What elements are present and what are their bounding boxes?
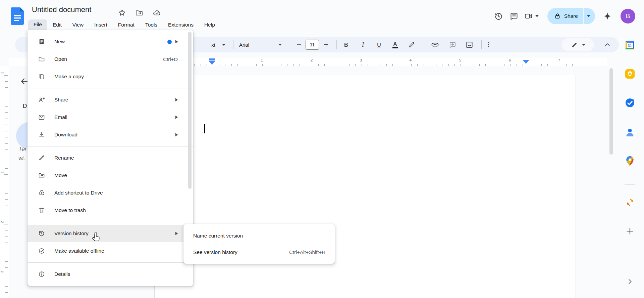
- move-folder-icon: [38, 172, 46, 179]
- share-button[interactable]: Share: [547, 8, 595, 24]
- calendar-icon[interactable]: 31: [625, 40, 635, 50]
- vertical-ruler[interactable]: 1 1 2 3: [0, 66, 9, 298]
- google-docs-logo[interactable]: [11, 7, 24, 25]
- share-person-icon: [38, 96, 46, 103]
- document-scrollbar[interactable]: [609, 68, 613, 155]
- toolbar-divider: [425, 40, 425, 49]
- paragraph-style-caret-icon[interactable]: [220, 37, 227, 52]
- gemini-sparkle-icon[interactable]: [600, 8, 615, 24]
- menu-item-download[interactable]: Download: [28, 126, 193, 143]
- move-folder-icon[interactable]: [135, 9, 144, 17]
- download-icon: [38, 131, 46, 138]
- meet-caret-icon: [535, 15, 539, 17]
- current-text-color-swatch: [392, 47, 398, 49]
- comments-icon[interactable]: [506, 8, 522, 24]
- star-icon[interactable]: [118, 9, 126, 17]
- submenu-arrow-icon: [175, 40, 178, 43]
- document-page[interactable]: [154, 75, 576, 298]
- font-family-caret-icon[interactable]: [277, 37, 283, 52]
- account-avatar[interactable]: B: [621, 9, 635, 24]
- left-panel-heading-fragment: D: [23, 103, 27, 110]
- menu-item-details[interactable]: Details: [28, 265, 193, 283]
- hide-side-panel-chevron-icon[interactable]: [625, 276, 635, 287]
- menu-item-rename[interactable]: Rename: [28, 149, 193, 167]
- hide-menus-button[interactable]: [601, 37, 613, 52]
- more-toolbar-options-button[interactable]: [483, 37, 494, 52]
- toolbar-divider: [233, 40, 233, 49]
- menu-item-add-shortcut-to-drive[interactable]: Add shortcut to Drive: [28, 184, 193, 202]
- menu-extensions[interactable]: Extensions: [163, 20, 199, 30]
- get-addons-plus-icon[interactable]: [625, 226, 635, 237]
- increase-font-size-button[interactable]: [321, 37, 331, 52]
- keep-icon[interactable]: [625, 69, 635, 79]
- toolbar-divider: [481, 40, 482, 49]
- left-indent-marker[interactable]: [209, 61, 215, 65]
- paragraph-style-select-fragment[interactable]: xt: [208, 37, 218, 52]
- font-size-input[interactable]: 11: [306, 37, 319, 52]
- left-panel-text-fragment: wi.: [18, 155, 25, 161]
- submenu-arrow-icon: [175, 232, 178, 235]
- contacts-icon[interactable]: [625, 127, 635, 138]
- tasks-icon[interactable]: [625, 97, 635, 108]
- addon-icon[interactable]: [625, 197, 635, 208]
- share-dropdown-button[interactable]: [584, 8, 595, 24]
- italic-button[interactable]: I: [358, 37, 368, 52]
- left-panel-text-fragment: He: [19, 146, 26, 153]
- menu-divider: [28, 88, 193, 88]
- decrease-font-size-button[interactable]: [294, 37, 304, 52]
- lock-icon: [554, 13, 561, 19]
- menu-item-name-current-version[interactable]: Name current version: [183, 227, 335, 244]
- new-document-icon: [38, 38, 46, 45]
- toolbar-divider: [291, 40, 291, 49]
- toolbar-divider: [598, 40, 598, 49]
- add-comment-button[interactable]: [446, 37, 459, 52]
- version-history-icon[interactable]: [491, 8, 506, 24]
- bold-button[interactable]: B: [341, 37, 351, 52]
- submenu-arrow-icon: [175, 133, 178, 136]
- menu-item-make-available-offline[interactable]: Make available offline: [28, 242, 193, 260]
- menu-item-see-version-history[interactable]: See version history Ctrl+Alt+Shift+H: [183, 244, 335, 260]
- font-family-select[interactable]: Arial: [239, 37, 259, 52]
- menu-item-open[interactable]: Open Ctrl+O: [28, 50, 193, 68]
- menu-divider: [28, 146, 193, 146]
- menu-item-move[interactable]: Move: [28, 167, 193, 184]
- editing-mode-button[interactable]: [562, 38, 594, 51]
- menu-item-make-a-copy[interactable]: Make a copy: [28, 68, 193, 85]
- cloud-saved-icon[interactable]: [152, 9, 161, 17]
- open-folder-icon: [38, 56, 46, 62]
- document-title[interactable]: Untitled document: [32, 5, 91, 14]
- menu-divider: [28, 262, 193, 263]
- menu-item-share[interactable]: Share: [28, 91, 193, 109]
- text-color-button[interactable]: A: [390, 37, 400, 52]
- menu-item-version-history[interactable]: Version history: [28, 225, 193, 242]
- menu-item-move-to-trash[interactable]: Move to trash: [28, 202, 193, 219]
- menu-format[interactable]: Format: [113, 20, 140, 30]
- rename-pencil-icon: [38, 155, 46, 161]
- pencil-icon: [571, 41, 578, 48]
- menubar: File Edit View Insert Format Tools Exten…: [28, 19, 220, 30]
- underline-button[interactable]: U: [374, 37, 384, 52]
- menu-item-new[interactable]: New: [28, 33, 193, 50]
- menu-divider: [28, 222, 193, 222]
- insert-link-button[interactable]: [429, 37, 441, 52]
- menu-file[interactable]: File: [28, 19, 47, 30]
- first-line-indent-marker[interactable]: [209, 58, 215, 60]
- version-history-submenu: Name current version See version history…: [183, 224, 335, 264]
- left-panel-divider: [9, 66, 9, 298]
- text-cursor: [204, 124, 205, 133]
- menu-insert[interactable]: Insert: [89, 20, 113, 30]
- menu-scrollbar[interactable]: [188, 32, 192, 189]
- menu-help[interactable]: Help: [199, 20, 220, 30]
- drive-shortcut-icon: [38, 189, 46, 196]
- menu-tools[interactable]: Tools: [140, 20, 163, 30]
- meet-video-icon[interactable]: [522, 8, 541, 24]
- maps-icon[interactable]: [625, 156, 635, 166]
- right-indent-marker[interactable]: [523, 60, 529, 64]
- menu-edit[interactable]: Edit: [47, 20, 67, 30]
- insert-image-button[interactable]: [463, 37, 475, 52]
- menu-view[interactable]: View: [67, 20, 89, 30]
- highlight-color-button[interactable]: [406, 37, 418, 52]
- mouse-cursor-hand: [91, 232, 101, 243]
- menu-item-email[interactable]: Email: [28, 109, 193, 126]
- info-icon: [38, 271, 46, 278]
